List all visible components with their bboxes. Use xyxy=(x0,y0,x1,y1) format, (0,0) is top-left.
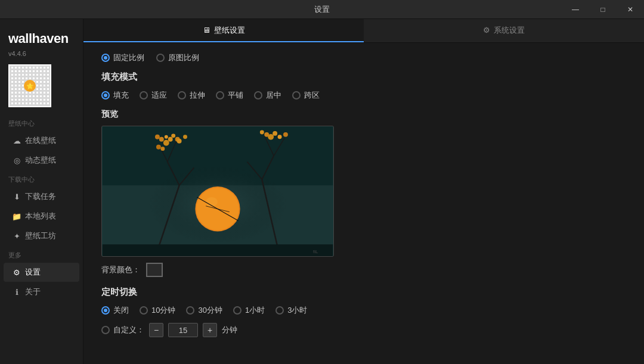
original-ratio-label: 原图比例 xyxy=(168,52,199,63)
stretch-option[interactable]: 拉伸 xyxy=(178,90,205,101)
sidebar-item-dynamic-wallpaper[interactable]: ◎ 动态壁纸 xyxy=(4,151,79,170)
gear-icon: ⚙ xyxy=(12,268,21,277)
plus-button[interactable]: + xyxy=(203,323,217,337)
sidebar-item-label: 在线壁纸 xyxy=(25,135,56,146)
monitor-icon: 🖥 xyxy=(203,26,210,35)
tab-system-settings[interactable]: ⚙ 系统设置 xyxy=(364,19,644,42)
span-label: 跨区 xyxy=(304,90,320,101)
timer-off-option[interactable]: 关闭 xyxy=(101,305,129,316)
timer-3hour-radio[interactable] xyxy=(275,306,284,315)
sidebar-item-online-wallpaper[interactable]: ☁ 在线壁纸 xyxy=(4,131,79,150)
fixed-ratio-option[interactable]: 固定比例 xyxy=(101,52,144,63)
fill-label: 填充 xyxy=(113,90,129,101)
cloud-icon: ☁ xyxy=(12,136,21,145)
sidebar-item-label: 关于 xyxy=(25,287,41,297)
svg-point-30 xyxy=(260,130,264,134)
sidebar: wallhaven v4.4.6 🌟 壁纸中心 ☁ 在线壁纸 ◎ 动态壁纸 下载… xyxy=(0,19,83,364)
tile-label: 平铺 xyxy=(228,90,243,101)
svg-point-28 xyxy=(278,135,282,139)
content-area: 🖥 壁纸设置 ⚙ 系统设置 固定比例 原图比例 xyxy=(83,19,644,364)
custom-timer-option[interactable]: 自定义： xyxy=(101,325,144,335)
timer-1hour-option[interactable]: 1小时 xyxy=(233,305,265,316)
color-swatch[interactable] xyxy=(146,263,163,277)
minimize-button[interactable]: — xyxy=(562,0,589,19)
svg-point-26 xyxy=(273,131,277,136)
tab-label: 壁纸设置 xyxy=(214,25,245,36)
preview-image: fiL xyxy=(102,126,333,256)
timer-1hour-label: 1小时 xyxy=(245,305,265,316)
fill-option[interactable]: 填充 xyxy=(101,90,129,101)
timer-10min-radio[interactable] xyxy=(140,306,148,315)
svg-point-31 xyxy=(156,145,161,150)
custom-timer-label: 自定义： xyxy=(113,325,144,335)
fit-radio[interactable] xyxy=(140,91,148,99)
qr-code: 🌟 xyxy=(8,64,51,107)
timer-3hour-option[interactable]: 3小时 xyxy=(275,305,307,316)
preview-container: fiL xyxy=(101,126,334,257)
sidebar-item-label: 动态壁纸 xyxy=(25,155,56,166)
span-option[interactable]: 跨区 xyxy=(292,90,320,101)
custom-timer-radio[interactable] xyxy=(101,326,110,334)
stretch-radio[interactable] xyxy=(178,91,186,99)
sidebar-item-local-list[interactable]: 📁 本地列表 xyxy=(4,207,79,226)
svg-point-21 xyxy=(165,135,168,139)
timer-off-label: 关闭 xyxy=(113,305,129,316)
svg-text:fiL: fiL xyxy=(313,249,318,254)
center-option[interactable]: 居中 xyxy=(254,90,281,101)
svg-point-32 xyxy=(160,147,165,151)
title-bar: 设置 — □ ✕ xyxy=(0,0,644,19)
main-layout: wallhaven v4.4.6 🌟 壁纸中心 ☁ 在线壁纸 ◎ 动态壁纸 下载… xyxy=(0,19,644,364)
close-button[interactable]: ✕ xyxy=(617,0,644,19)
minus-button[interactable]: − xyxy=(149,323,163,337)
custom-timer-row: 自定义： − + 分钟 xyxy=(101,323,626,337)
original-ratio-radio[interactable] xyxy=(156,54,165,62)
custom-minutes-input[interactable] xyxy=(168,323,198,337)
svg-point-22 xyxy=(155,135,160,139)
fill-radio[interactable] xyxy=(101,91,110,99)
dynamic-icon: ◎ xyxy=(12,156,21,165)
sidebar-section-more: 更多 xyxy=(0,246,83,262)
svg-rect-35 xyxy=(103,244,333,256)
logo-text: wallhaven xyxy=(8,31,75,46)
fit-option[interactable]: 适应 xyxy=(140,90,167,101)
info-icon: ℹ xyxy=(12,288,21,297)
timer-30min-radio[interactable] xyxy=(186,306,194,315)
timer-off-radio[interactable] xyxy=(101,306,110,315)
sidebar-item-settings[interactable]: ⚙ 设置 xyxy=(4,263,79,282)
center-label: 居中 xyxy=(266,90,281,101)
tile-radio[interactable] xyxy=(216,91,224,99)
sidebar-logo: wallhaven xyxy=(0,25,83,50)
fill-mode-row: 填充 适应 拉伸 平铺 居中 xyxy=(101,90,626,101)
sidebar-section-download: 下载中心 xyxy=(0,170,83,186)
sidebar-item-about[interactable]: ℹ 关于 xyxy=(4,282,79,301)
sidebar-item-label: 本地列表 xyxy=(25,211,56,222)
aspect-ratio-row: 固定比例 原图比例 xyxy=(101,52,626,63)
fixed-ratio-radio[interactable] xyxy=(101,54,110,62)
title-bar-title: 设置 xyxy=(314,4,330,15)
bg-color-label: 背景颜色： xyxy=(101,265,140,275)
settings-icon: ⚙ xyxy=(483,26,490,35)
fixed-ratio-label: 固定比例 xyxy=(113,52,144,63)
sidebar-item-wallpaper-workshop[interactable]: ✦ 壁纸工坊 xyxy=(4,226,79,245)
original-ratio-option[interactable]: 原图比例 xyxy=(156,52,199,63)
maximize-button[interactable]: □ xyxy=(589,0,617,19)
sidebar-item-label: 设置 xyxy=(25,267,41,278)
stretch-label: 拉伸 xyxy=(190,90,205,101)
timer-3hour-label: 3小时 xyxy=(287,305,307,316)
span-radio[interactable] xyxy=(292,91,301,99)
download-icon: ⬇ xyxy=(12,192,21,201)
center-radio[interactable] xyxy=(254,91,262,99)
fit-label: 适应 xyxy=(151,90,167,101)
timer-30min-option[interactable]: 30分钟 xyxy=(186,305,222,316)
timer-10min-option[interactable]: 10分钟 xyxy=(140,305,175,316)
settings-content: 固定比例 原图比例 填充模式 填充 适应 xyxy=(83,43,644,364)
svg-point-29 xyxy=(283,132,288,137)
tab-wallpaper-settings[interactable]: 🖥 壁纸设置 xyxy=(83,19,364,42)
timer-section-title: 定时切换 xyxy=(101,287,626,298)
bg-color-row: 背景颜色： xyxy=(101,263,626,277)
sidebar-item-download-tasks[interactable]: ⬇ 下载任务 xyxy=(4,187,79,206)
folder-icon: 📁 xyxy=(12,212,21,221)
tile-option[interactable]: 平铺 xyxy=(216,90,243,101)
timer-30min-label: 30分钟 xyxy=(198,305,222,316)
timer-1hour-radio[interactable] xyxy=(233,306,242,315)
